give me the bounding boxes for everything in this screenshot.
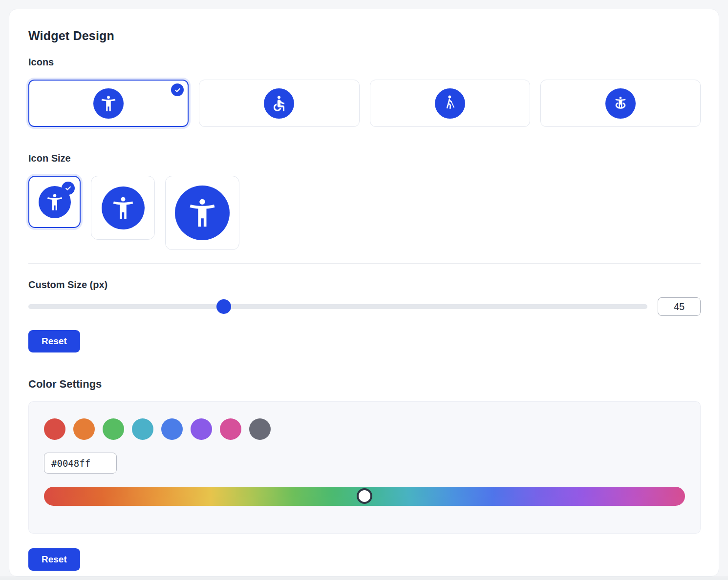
color-settings-label: Color Settings [28, 378, 701, 391]
reset-size-button[interactable]: Reset [28, 330, 80, 352]
size-option-small[interactable] [28, 176, 81, 228]
color-swatch[interactable] [73, 418, 95, 440]
hex-color-input[interactable] [44, 453, 117, 474]
custom-size-slider[interactable] [28, 297, 647, 316]
size-option-large[interactable] [165, 176, 239, 250]
color-swatch[interactable] [249, 418, 271, 440]
color-swatch[interactable] [220, 418, 241, 440]
person-with-cane-icon [435, 88, 465, 119]
accessibility-person-icon [102, 186, 145, 229]
slider-track [28, 304, 647, 309]
color-swatch[interactable] [161, 418, 183, 440]
color-swatch[interactable] [44, 418, 65, 440]
icon-options-row [28, 80, 701, 127]
hue-slider-handle[interactable] [357, 488, 372, 504]
person-in-ring-icon [605, 88, 636, 119]
bottom-edge-divider [0, 577, 728, 580]
widget-design-panel: Widget Design Icons [9, 9, 719, 577]
icon-size-section-label: Icon Size [28, 153, 701, 164]
color-settings-panel [28, 401, 701, 534]
size-option-medium[interactable] [91, 176, 155, 240]
color-swatches [44, 418, 685, 440]
color-swatch[interactable] [132, 418, 153, 440]
icon-option-person-with-cane[interactable] [370, 80, 530, 127]
color-swatch[interactable] [191, 418, 212, 440]
custom-size-slider-thumb[interactable] [216, 299, 231, 314]
wheelchair-icon [264, 88, 294, 119]
custom-size-label: Custom Size (px) [28, 279, 701, 290]
color-swatch[interactable] [103, 418, 124, 440]
icon-option-accessibility-person[interactable] [28, 80, 189, 127]
custom-size-input[interactable] [658, 297, 701, 316]
custom-size-slider-row [28, 297, 701, 316]
reset-color-button[interactable]: Reset [28, 548, 80, 571]
selected-check-icon [62, 182, 75, 195]
accessibility-person-icon [93, 88, 124, 119]
selected-check-icon [170, 83, 185, 97]
accessibility-person-icon [175, 186, 230, 240]
icon-option-person-in-ring[interactable] [540, 80, 701, 127]
icons-section-label: Icons [28, 57, 701, 68]
icon-option-wheelchair[interactable] [199, 80, 359, 127]
section-divider [28, 263, 701, 264]
page-title: Widget Design [28, 29, 701, 43]
hue-slider[interactable] [44, 487, 685, 506]
icon-size-options-row [28, 176, 701, 250]
